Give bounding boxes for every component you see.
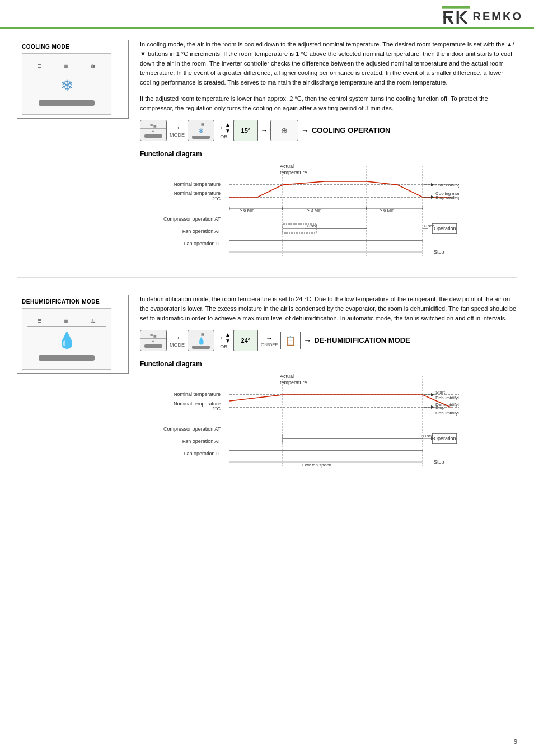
svg-marker-28 <box>431 183 434 186</box>
dehumidification-operation-label: DE-HUMIDIFICATION MODE <box>314 336 410 346</box>
dehum-functional-diagram: Functional diagram Nominal temperature N… <box>140 360 517 476</box>
svg-marker-4 <box>447 18 454 24</box>
dehum-flow-remote-2: ☰ ▦ 💧 <box>188 330 214 351</box>
remko-logo-icon <box>442 6 470 27</box>
svg-text:Dehumidifying mode: Dehumidifying mode <box>435 410 459 416</box>
flow-temp-display: 15° <box>233 120 258 141</box>
dehum-chart-row-fan-at: Fan operation AT <box>140 435 221 447</box>
dehum-func-title: Functional diagram <box>140 360 517 368</box>
svg-text:temperature: temperature <box>280 170 307 175</box>
remote-icon-1: ☰ <box>38 64 41 69</box>
page-number: 9 <box>514 738 517 745</box>
cooling-mode-image: ☰ ▦ ≋ ❄ <box>22 53 111 115</box>
dehum-mode-box: DEHUMIDIFICATION MODE ☰ ▦ ≋ 💧 <box>17 295 129 374</box>
dehumidification-section: DEHUMIDIFICATION MODE ☰ ▦ ≋ 💧 <box>17 295 517 476</box>
svg-text:Operation: Operation <box>434 226 456 231</box>
svg-marker-32 <box>431 195 434 199</box>
page-header: REMKO <box>0 0 534 29</box>
svg-text:Low fan speed: Low fan speed <box>302 463 331 468</box>
chart-row-comp: Compressor operation AT <box>140 213 221 225</box>
flow-remote-2: ☰ ▦ ❄ <box>188 120 214 141</box>
dehum-flow-mode-label: MODE <box>170 342 185 348</box>
svg-marker-7 <box>458 17 467 24</box>
cooling-mode-title: COOLING Mode <box>22 44 124 50</box>
dehum-flow-up-down: ▲ ▼ <box>225 332 231 344</box>
remote-icon-2: ▦ <box>64 64 68 69</box>
dehum-chart-svg: Actual temperature <box>224 371 459 475</box>
dehum-chart-row-fan-it: Fan operation IT <box>140 447 221 460</box>
dehum-flow-arrow-4: → <box>303 336 311 345</box>
svg-text:Start: Start <box>435 390 446 395</box>
flow-up-down-buttons: ▲ ▼ <box>225 122 231 134</box>
dehum-right-panel: In dehumidification mode, the room tempe… <box>140 295 517 476</box>
up-arrow-icon: ▲ <box>225 122 231 128</box>
dehum-down-arrow: ▼ <box>225 338 231 344</box>
dehum-chart-row-nominal: Nominal temperature <box>140 388 221 400</box>
chart-row-fan-it: Fan operation IT <box>140 237 221 250</box>
remote-icon-3: ≋ <box>91 63 96 70</box>
dehum-flow-arrow-1: → <box>174 334 181 342</box>
svg-text:Actual: Actual <box>280 164 294 169</box>
svg-marker-58 <box>431 405 434 409</box>
dehum-flow-or-label: OR <box>220 344 228 349</box>
page-content: COOLING Mode ☰ ▦ ≋ ❄ <box>0 34 534 504</box>
flow-mode-label: MODE <box>170 132 185 138</box>
cooling-left-panel: COOLING Mode ☰ ▦ ≋ ❄ <box>17 40 129 266</box>
dehum-description: In dehumidification mode, the room tempe… <box>140 295 517 323</box>
flow-arrow-3: → <box>261 127 268 134</box>
dehum-remote-icon-1: ☰ <box>38 319 41 324</box>
svg-rect-0 <box>442 6 470 9</box>
svg-rect-2 <box>443 11 453 13</box>
dehum-manual-icon: 📋 <box>280 332 301 349</box>
dehum-mode-title: DEHUMIDIFICATION MODE <box>22 298 124 305</box>
dehum-left-panel: DEHUMIDIFICATION MODE ☰ ▦ ≋ 💧 <box>17 295 129 476</box>
flow-remote-1: ☰ ▦ ≡ <box>140 120 167 141</box>
cooling-chart-svg: Actual temperature <box>224 161 459 265</box>
dehum-remote-icon-3: ≋ <box>91 318 96 325</box>
cooling-description-1: In cooling mode, the air in the room is … <box>140 40 517 87</box>
cooling-right-panel: In cooling mode, the air in the room is … <box>140 40 517 266</box>
chart-row-nominal-2: Nominal temperature-2°C <box>140 190 221 203</box>
dehum-chart-row-comp: Compressor operation AT <box>140 423 221 435</box>
dehum-chart-row-nominal-2: Nominal temperature-2°C <box>140 400 221 413</box>
cooling-functional-diagram: Functional diagram Nominal temperature N… <box>140 150 517 266</box>
svg-text:Stop: Stop <box>434 249 444 255</box>
dehum-chart-row-spacer <box>140 413 221 423</box>
cooling-operation-label: COOLING OPERATION <box>312 126 391 136</box>
flow-arrow-2: → <box>217 124 224 132</box>
svg-rect-3 <box>443 16 452 18</box>
svg-rect-5 <box>456 11 458 24</box>
cooling-func-title: Functional diagram <box>140 150 517 158</box>
flow-indoor-unit: ⊕ <box>270 120 298 141</box>
dehum-mode-image: ☰ ▦ ≋ 💧 <box>22 308 111 370</box>
flow-arrow-1: → <box>174 124 181 132</box>
flow-or-label: OR <box>220 134 228 139</box>
svg-text:Dehumidifying mode: Dehumidifying mode <box>435 395 459 400</box>
section-divider <box>17 277 517 278</box>
dehum-flow-temp-display: 24° <box>233 330 258 351</box>
logo: REMKO <box>442 6 523 27</box>
dehum-remote-icon-2: ▦ <box>64 319 68 324</box>
svg-marker-53 <box>431 393 434 396</box>
chart-row-spacer <box>140 203 221 213</box>
dehum-up-arrow: ▲ <box>225 332 231 338</box>
svg-text:Stop: Stop <box>434 459 444 465</box>
flow-arrow-4: → <box>301 126 309 135</box>
svg-text:Operation: Operation <box>434 436 456 441</box>
chart-row-fan-at: Fan operation AT <box>140 225 221 237</box>
logo-text: REMKO <box>473 10 523 23</box>
svg-text:Stop: Stop <box>435 405 445 410</box>
svg-text:Actual: Actual <box>280 374 294 379</box>
fan-icon: ⊕ <box>281 126 288 135</box>
dehum-on-off-label: ON/OFF <box>261 342 278 347</box>
cooling-section: COOLING Mode ☰ ▦ ≋ ❄ <box>17 40 517 266</box>
water-drop-icon: 💧 <box>57 331 77 349</box>
dehum-flow-remote-1: ☰ ▦ ≡ <box>140 330 167 351</box>
down-arrow-icon: ▼ <box>225 128 231 134</box>
dehum-flow-arrow-2: → <box>217 334 224 342</box>
snowflake-icon: ❄ <box>60 76 73 95</box>
svg-text:Stop cooling mode: Stop cooling mode <box>435 195 459 200</box>
svg-text:Start cooling mode: Start cooling mode <box>435 183 459 188</box>
cooling-description-2: If the adjusted room temperature is lowe… <box>140 94 517 113</box>
cooling-mode-box: COOLING Mode ☰ ▦ ≋ ❄ <box>17 40 129 119</box>
